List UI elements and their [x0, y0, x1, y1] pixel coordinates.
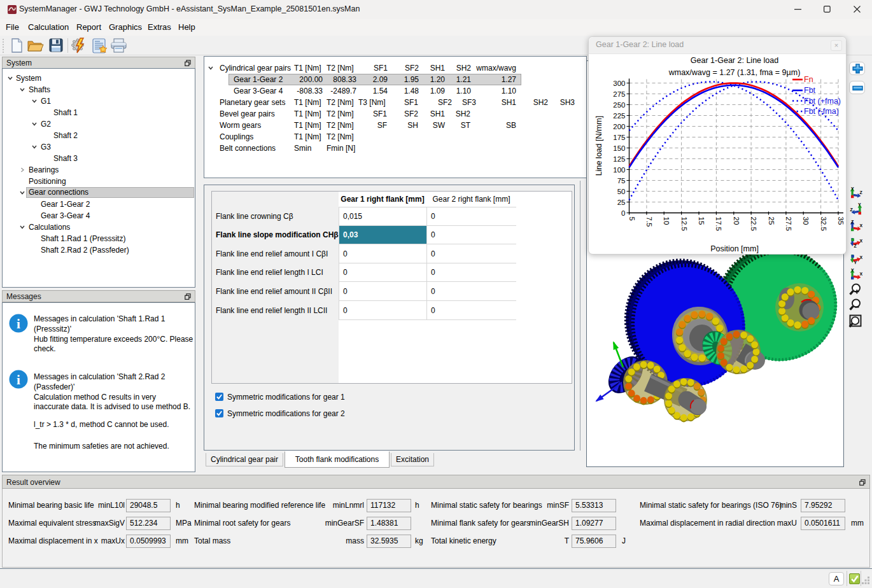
svg-text:100: 100 [613, 166, 625, 174]
svg-text:Z: Z [850, 207, 854, 212]
svg-text:X: X [860, 239, 863, 243]
svg-text:35: 35 [837, 217, 845, 225]
svg-text:5: 5 [628, 217, 636, 221]
svg-text:10: 10 [663, 217, 670, 225]
svg-text:17.5: 17.5 [715, 217, 722, 231]
svg-text:X: X [860, 255, 863, 260]
svg-text:25: 25 [617, 199, 626, 206]
svg-text:200: 200 [613, 123, 625, 130]
svg-text:150: 150 [613, 144, 625, 152]
svg-text:0: 0 [621, 209, 625, 217]
svg-text:20: 20 [733, 217, 740, 225]
svg-text:Y: Y [858, 202, 861, 207]
svg-text:Y: Y [851, 268, 854, 272]
svg-text:30: 30 [802, 217, 810, 225]
svg-text:25: 25 [768, 217, 775, 225]
svg-text:Fbt (-fma): Fbt (-fma) [804, 107, 839, 116]
svg-text:12.5: 12.5 [680, 217, 688, 231]
svg-text:300: 300 [613, 80, 625, 87]
svg-text:75: 75 [617, 177, 626, 185]
svg-text:Z: Z [860, 190, 863, 195]
svg-text:125: 125 [613, 155, 625, 163]
svg-text:i: i [17, 372, 20, 388]
svg-text:Z: Z [851, 220, 854, 224]
svg-text:Fbt (+fma): Fbt (+fma) [804, 97, 841, 106]
svg-text:250: 250 [613, 101, 625, 109]
svg-text:175: 175 [613, 134, 625, 141]
svg-text:X: X [860, 272, 863, 276]
svg-text:Line load [N/mm]: Line load [N/mm] [594, 116, 603, 176]
svg-text:275: 275 [613, 90, 625, 98]
svg-text:Y: Y [854, 260, 857, 265]
svg-text:Gear 1-Gear 2: Line load: Gear 1-Gear 2: Line load [691, 56, 778, 65]
svg-text:Fn: Fn [804, 75, 813, 84]
svg-text:50: 50 [617, 188, 626, 195]
svg-text:Fbt: Fbt [804, 86, 816, 95]
svg-text:225: 225 [613, 112, 625, 120]
svg-text:22.5: 22.5 [750, 217, 757, 231]
svg-text:i: i [17, 316, 20, 332]
svg-text:27.5: 27.5 [785, 217, 792, 231]
svg-text:Y: Y [851, 186, 854, 191]
svg-text:X: X [860, 223, 863, 228]
svg-text:Z: Z [854, 244, 857, 248]
svg-text:32.5: 32.5 [820, 217, 827, 231]
svg-text:7.5: 7.5 [645, 217, 653, 227]
svg-text:Position [mm]: Position [mm] [710, 244, 759, 253]
svg-text:wmax/wavg = 1.27 (1.31, fma =: wmax/wavg = 1.27 (1.31, fma = 9µm) [668, 68, 801, 77]
svg-text:15: 15 [698, 217, 705, 225]
